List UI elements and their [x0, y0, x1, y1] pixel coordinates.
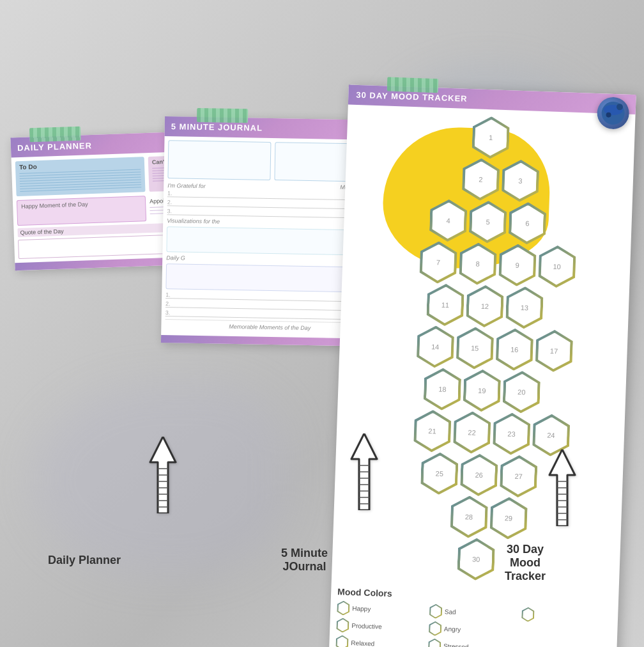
hex-cell-26: 26	[460, 453, 498, 497]
hex-cell-27: 27	[500, 455, 538, 498]
arrow-daily-planner	[137, 437, 188, 516]
hex-num-15: 15	[471, 344, 479, 352]
hex-num-7: 7	[436, 258, 441, 266]
hex-num-3: 3	[518, 177, 523, 185]
hex-cell-12: 12	[466, 285, 504, 328]
hex-num-14: 14	[431, 343, 440, 350]
arrow-mood-tracker	[537, 449, 588, 529]
hex-num-4: 4	[446, 217, 450, 224]
hex-cell-7: 7	[419, 240, 457, 284]
hex-num-8: 8	[476, 260, 480, 268]
hex-cell-2: 2	[461, 158, 500, 201]
hex-cell-16: 16	[495, 328, 533, 371]
hex-cell-28: 28	[450, 495, 488, 538]
label-mood-tracker: 30 DayMoodTracker	[505, 543, 546, 583]
m-title: 30 DAY MOOD TRACKER	[356, 90, 468, 104]
hex-num-25: 25	[435, 470, 443, 478]
tape-daily-planner	[29, 127, 81, 143]
hex-num-27: 27	[514, 472, 523, 480]
hex-cell-9: 9	[498, 244, 537, 287]
dp-happy-section: Happy Moment of the Day	[17, 196, 146, 226]
arrow-journal	[339, 433, 390, 513]
mood-tracker-card: 30 DAY MOOD TRACKER 12345678910111213141…	[328, 84, 636, 647]
mood-productive-hex	[336, 618, 349, 633]
j-title: 5 MINUTE JOURNAL	[171, 121, 263, 132]
hex-num-16: 16	[510, 346, 519, 354]
mood-extra	[521, 607, 611, 625]
hex-num-30: 30	[472, 556, 480, 563]
j-grateful-box	[167, 140, 271, 180]
hex-num-23: 23	[507, 430, 516, 437]
hex-cell-8: 8	[459, 242, 497, 286]
hex-num-22: 22	[468, 428, 476, 436]
mood-productive-label: Productive	[351, 622, 382, 630]
hex-cell-15: 15	[456, 327, 494, 370]
mood-relaxed-label: Relaxed	[351, 639, 374, 647]
hex-num-28: 28	[465, 513, 473, 520]
hex-cell-4: 4	[429, 199, 467, 242]
hex-cell-18: 18	[423, 368, 461, 411]
hex-num-9: 9	[515, 261, 519, 269]
dp-todo-section: To Do	[15, 157, 146, 196]
hex-cell-5: 5	[468, 200, 507, 244]
hex-num-29: 29	[505, 514, 513, 522]
mood-colors-grid: Happy Sad Productive Angry Relaxed	[335, 600, 611, 647]
hex-cell-22: 22	[452, 410, 491, 454]
hex-num-11: 11	[441, 301, 450, 309]
hex-num-17: 17	[550, 347, 558, 355]
mood-happy-label: Happy	[352, 605, 371, 612]
hex-cell-20: 20	[502, 370, 540, 414]
mood-stressed: Stressed	[428, 638, 518, 647]
mood-angry: Angry	[429, 621, 519, 639]
label-daily-planner: Daily Planner	[48, 554, 121, 567]
hex-num-12: 12	[481, 302, 489, 310]
mood-stressed-hex	[428, 638, 441, 647]
hex-num-18: 18	[438, 386, 447, 393]
hex-num-1: 1	[489, 134, 493, 141]
hex-cell-23: 23	[492, 412, 530, 456]
mood-relaxed-hex	[335, 635, 349, 647]
hex-row: 30	[344, 531, 608, 588]
mood-sad-hex	[429, 604, 443, 619]
hex-num-21: 21	[428, 427, 436, 435]
mood-sad: Sad	[429, 604, 519, 621]
hex-cell-11: 11	[426, 283, 464, 327]
tape-mood	[387, 77, 439, 93]
hex-cell-6: 6	[508, 201, 546, 245]
hex-num-5: 5	[486, 218, 490, 226]
mood-extra2	[521, 624, 611, 642]
hex-num-20: 20	[518, 388, 526, 396]
hex-cell-3: 3	[501, 159, 539, 203]
hex-num-10: 10	[553, 263, 561, 270]
hex-cell-14: 14	[416, 325, 454, 368]
dp-happy-title: Happy Moment of the Day	[21, 199, 141, 210]
hex-cell-1: 1	[471, 116, 510, 159]
hex-num-26: 26	[475, 471, 483, 479]
hex-cell-25: 25	[420, 452, 459, 495]
mood-sad-label: Sad	[445, 608, 456, 616]
hex-num-24: 24	[547, 432, 555, 439]
mood-productive: Productive	[336, 618, 426, 635]
hex-cell-13: 13	[505, 286, 544, 329]
tape-journal	[197, 108, 248, 123]
hex-cell-19: 19	[463, 369, 501, 412]
mood-happy: Happy	[337, 600, 427, 618]
hex-num-13: 13	[521, 304, 529, 311]
hex-cell-17: 17	[535, 329, 573, 373]
mood-stressed-label: Stressed	[443, 643, 469, 647]
mood-angry-hex	[429, 621, 442, 636]
m-body: 1234567891011121314151617181920212223242…	[332, 104, 636, 592]
hex-num-19: 19	[478, 387, 486, 394]
mood-angry-label: Angry	[444, 625, 461, 633]
hex-num-6: 6	[525, 219, 530, 227]
mood-happy-hex	[337, 600, 350, 616]
hex-cell-10: 10	[538, 245, 576, 288]
mood-extra-hex	[521, 607, 535, 622]
label-journal: 5 MinuteJOurnal	[281, 547, 328, 573]
mood-relaxed: Relaxed	[335, 635, 425, 647]
hex-cell-21: 21	[413, 409, 451, 453]
dp-title: DAILY PLANNER	[17, 141, 92, 153]
hex-num-2: 2	[479, 176, 483, 183]
hex-cell-30: 30	[457, 538, 495, 581]
mood-colors-section: Mood Colors Happy Sad Productive Angry	[329, 582, 619, 647]
